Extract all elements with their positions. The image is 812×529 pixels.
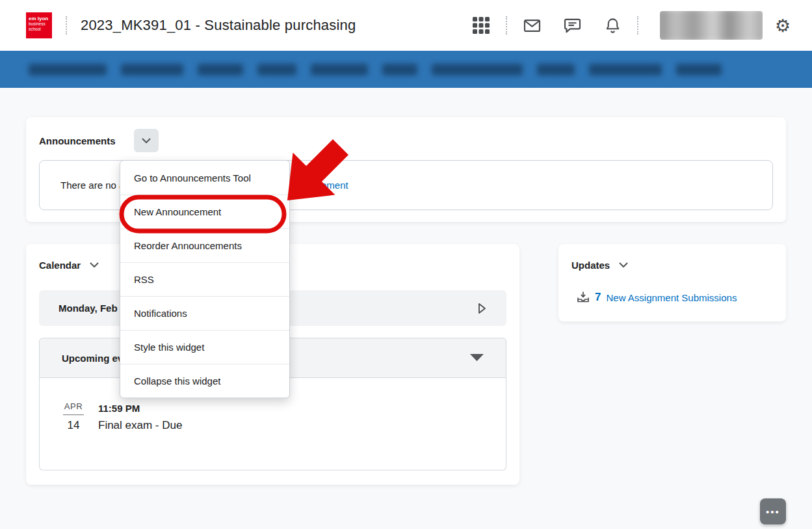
chat-icon	[563, 16, 582, 35]
logo-line: school	[29, 27, 49, 31]
menu-item-notifications[interactable]: Notifications	[120, 296, 289, 330]
top-header: em lyon business school 2023_MK391_01 - …	[0, 0, 812, 51]
assignment-icon	[577, 291, 590, 304]
updates-count: 7	[595, 291, 601, 304]
event-title[interactable]: Final exam - Due	[98, 419, 182, 432]
emlyon-logo[interactable]: em lyon business school	[26, 12, 52, 38]
nav-item-blurred[interactable]	[432, 64, 523, 75]
nav-item-blurred[interactable]	[537, 64, 575, 75]
announcements-context-menu: Go to Announcements Tool New Announcemen…	[120, 160, 290, 398]
course-navbar	[0, 51, 812, 88]
event-info: 11:59 PM Final exam - Due	[98, 403, 182, 432]
menu-item-collapse-this-widget[interactable]: Collapse this widget	[120, 364, 289, 398]
event-month: APR	[63, 401, 85, 415]
apps-grid-icon	[472, 16, 490, 34]
header-divider	[637, 16, 638, 34]
menu-item-reorder-announcements[interactable]: Reorder Announcements	[120, 228, 289, 262]
updates-title: Updates	[571, 260, 610, 271]
nav-item-blurred[interactable]	[257, 64, 296, 75]
menu-item-style-this-widget[interactable]: Style this widget	[120, 330, 289, 364]
nav-item-blurred[interactable]	[589, 64, 662, 75]
nav-item-blurred[interactable]	[121, 64, 183, 75]
header-actions: ⚙	[470, 11, 794, 40]
menu-item-new-announcement[interactable]: New Announcement	[120, 195, 289, 228]
nav-item-blurred[interactable]	[29, 64, 107, 75]
nav-item-blurred[interactable]	[198, 64, 243, 75]
course-homepage: em lyon business school 2023_MK391_01 - …	[0, 0, 812, 529]
nav-item-blurred[interactable]	[382, 64, 417, 75]
chevron-right-icon	[477, 302, 487, 315]
logo-line: business	[29, 21, 49, 26]
ellipsis-icon: •••	[766, 506, 780, 517]
mail-icon	[523, 16, 542, 35]
event-day: 14	[59, 419, 88, 432]
menu-item-rss[interactable]: RSS	[120, 262, 289, 296]
chevron-down-icon	[90, 262, 99, 268]
new-assignment-submissions-link[interactable]: New Assignment Submissions	[606, 292, 737, 303]
app-switcher-button[interactable]	[470, 14, 492, 36]
announcements-header: Announcements	[26, 117, 786, 152]
calendar-next-button[interactable]	[477, 302, 487, 315]
gear-icon: ⚙	[775, 17, 791, 34]
calendar-title: Calendar	[39, 260, 81, 271]
chevron-down-icon	[619, 262, 628, 268]
updates-header[interactable]: Updates	[558, 244, 786, 271]
course-title: 2023_MK391_01 - Sustainable purchasing	[81, 17, 356, 34]
notifications-button[interactable]	[601, 14, 623, 36]
blurred-user-name	[660, 11, 763, 40]
updates-widget: Updates 7 New Assignment Submissions	[558, 244, 786, 321]
nav-item-blurred[interactable]	[676, 64, 722, 75]
chat-button[interactable]	[561, 14, 583, 36]
calendar-date-label: Monday, Feb	[59, 303, 118, 314]
nav-item-blurred[interactable]	[311, 64, 368, 75]
user-menu-blurred[interactable]	[660, 11, 763, 40]
triangle-down-icon	[470, 354, 484, 362]
announcements-title: Announcements	[39, 135, 116, 146]
header-divider	[66, 16, 67, 34]
event-time: 11:59 PM	[98, 403, 182, 414]
header-divider	[506, 16, 507, 34]
chevron-down-icon	[142, 138, 151, 144]
announcements-menu-button[interactable]	[134, 129, 159, 152]
updates-item[interactable]: 7 New Assignment Submissions	[577, 291, 737, 304]
logo-line: em lyon	[29, 16, 49, 21]
messages-button[interactable]	[521, 14, 543, 36]
bell-icon	[604, 17, 622, 34]
upcoming-events-collapse-button[interactable]	[470, 354, 484, 362]
event-date: APR 14	[59, 400, 88, 432]
settings-button[interactable]: ⚙	[772, 14, 794, 36]
floating-options-button[interactable]: •••	[760, 498, 786, 524]
menu-item-go-to-announcements-tool[interactable]: Go to Announcements Tool	[120, 161, 289, 195]
